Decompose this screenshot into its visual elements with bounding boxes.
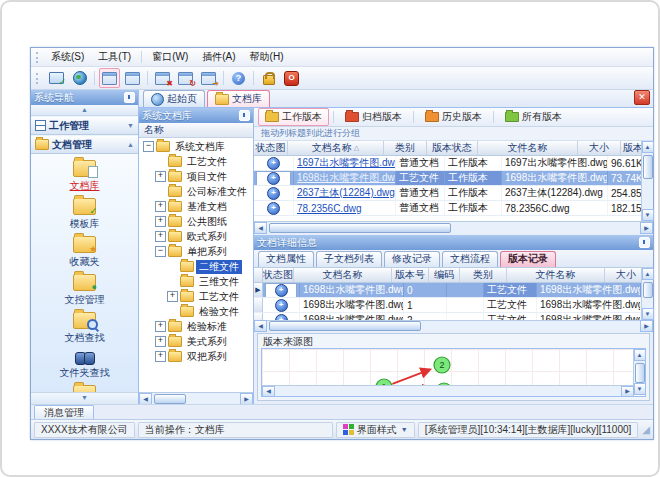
window-refresh-button[interactable] [175,68,196,88]
globe-button[interactable] [69,68,90,88]
sidebar-group-work[interactable]: 工作管理▼ [31,116,138,135]
menu-item[interactable]: 帮助(H) [243,49,291,65]
scroll-thumb[interactable] [643,155,653,179]
close-icon[interactable]: ✕ [634,90,650,105]
tree-item-基准文档[interactable]: +基准文档 [139,199,253,214]
tree-item-工艺文件[interactable]: +工艺文件 [139,289,253,304]
scroll-right-icon[interactable]: ▶ [640,320,653,332]
cell-text[interactable]: 78.2356C.dwg [297,203,362,214]
column-header-状态图[interactable]: 状态图 [254,141,288,155]
resize-grip[interactable]: ◢ [642,424,650,435]
expand-icon[interactable]: + [155,336,166,347]
column-header-类别[interactable]: 类别 [384,141,427,155]
tree-item-美式系列[interactable]: +美式系列 [139,334,253,349]
graph-vscrollbar[interactable]: ▲ ▼ [633,349,645,386]
detail-tab-版本记录[interactable]: 版本记录 [500,251,556,267]
scroll-down-icon[interactable]: ▼ [642,209,654,221]
tree-item-工艺文件[interactable]: 工艺文件 [139,154,253,169]
column-header-版本号[interactable]: 版本号 [392,268,429,282]
column-header-文档名称[interactable]: 文档名称 [294,268,392,282]
message-management-tab[interactable]: 消息管理 [34,405,94,419]
sidebar-item-文控管理[interactable]: 文控管理 [31,271,138,309]
scroll-left-icon[interactable]: ◀ [254,320,267,332]
graph-hscrollbar[interactable]: ◀ ▶ [262,385,634,396]
version-filter-所有版本[interactable]: 所有版本 [498,108,569,126]
scroll-thumb[interactable] [154,394,186,404]
scroll-up-icon[interactable]: ▲ [634,349,646,361]
pin-icon[interactable] [639,237,650,248]
tree-item-检验标准[interactable]: +检验标准 [139,319,253,334]
cell-text[interactable]: 1697出水嘴零件图.dwg [297,156,396,170]
column-header-版本状态[interactable]: 版本状态 [427,141,478,155]
sidebar-item-模板库[interactable]: 模板库 [31,195,138,233]
column-header-类别[interactable]: 类别 [460,268,507,282]
table-row[interactable]: +78.2356C.dwg普通文档工作版本78.2356C.dwg182.15K… [254,201,641,216]
ui-style-selector[interactable]: 界面样式 ▼ [336,422,415,438]
tree-item-双把系列[interactable]: +双把系列 [139,349,253,364]
column-header-状态图[interactable]: 状态图 [263,268,294,282]
expand-icon[interactable]: + [155,201,166,212]
sidebar-expand-button[interactable]: ▼ [31,392,138,404]
tree-item-三维文件[interactable]: 三维文件 [139,274,253,289]
detail-tab-修改记录[interactable]: 修改记录 [384,251,440,267]
scroll-left-icon[interactable]: ◀ [254,222,267,234]
cell-text[interactable]: 1698出水嘴零件图.dwg [297,171,396,185]
detail-tab-子文档列表[interactable]: 子文档列表 [316,251,382,267]
scroll-down-icon[interactable]: ▼ [642,308,654,320]
menu-item[interactable]: 窗口(W) [145,49,195,65]
sidebar-item-签出的文档[interactable]: 签出的文档 [31,382,138,392]
tree-item-二维文件[interactable]: 二维文件 [139,259,253,274]
scroll-right-icon[interactable]: ▶ [621,386,634,397]
scroll-down-icon[interactable]: ▼ [634,383,646,395]
sidebar-item-文档库[interactable]: 文档库 [31,157,138,195]
table-row[interactable]: +2637主体(12284).dwg普通文档工作版本2637主体(12284).… [254,186,641,201]
tree-item-系统文档库[interactable]: −系统文档库 [139,139,253,154]
window-close-button[interactable] [152,68,173,88]
scroll-thumb[interactable] [643,282,653,298]
power-button[interactable]: O [281,68,302,88]
tab-起始页[interactable]: 起始页 [143,90,205,107]
tree-item-检验文件[interactable]: 检验文件 [139,304,253,319]
document-table-hscrollbar[interactable]: ◀ ▶ [254,221,653,233]
tree-column-header[interactable]: 名称 [139,123,253,138]
expand-icon[interactable]: + [155,351,166,362]
scroll-right-icon[interactable]: ▶ [640,222,653,234]
table-row[interactable]: +1698出水嘴零件图.dwg1工艺文件1698出水嘴零件图.dwg73.00K… [254,298,641,313]
scroll-thumb[interactable] [269,321,421,331]
column-header-大小[interactable]: 大小 [605,268,641,282]
window-export-button[interactable] [198,68,219,88]
scroll-right-icon[interactable]: ▶ [240,393,253,405]
tree-item-单把系列[interactable]: −单把系列 [139,244,253,259]
table-row[interactable]: ▶+1698出水嘴零件图.dwg0工艺文件1698出水嘴零件图.dwg73.00… [254,283,641,298]
expand-icon[interactable]: + [167,291,178,302]
column-header-文件名称[interactable]: 文件名称 [507,268,605,282]
expand-icon[interactable]: + [155,231,166,242]
detail-tab-文档属性[interactable]: 文档属性 [258,251,314,267]
menu-item[interactable]: 插件(A) [195,49,242,65]
column-header-文档名称[interactable]: 文档名称△ [288,141,384,155]
document-table-vscrollbar[interactable]: ▲ ▼ [641,141,653,221]
sidebar-item-收藏夹[interactable]: 收藏夹 [31,233,138,271]
expand-icon[interactable]: + [155,171,166,182]
scroll-left-icon[interactable]: ◀ [262,386,275,397]
help-button[interactable]: ? [228,68,249,88]
column-header-编码[interactable]: 编码 [429,268,460,282]
scroll-up-icon[interactable]: ▲ [642,268,654,280]
cell-text[interactable]: 2637主体(12284).dwg [297,186,395,200]
tree-item-公司标准文件[interactable]: 公司标准文件 [139,184,253,199]
tree-item-项目文件[interactable]: +项目文件 [139,169,253,184]
version-table-vscrollbar[interactable]: ▲ ▼ [641,268,653,320]
scroll-up-icon[interactable]: ▲ [642,141,654,153]
pin-icon[interactable] [124,92,135,103]
column-header-版本号[interactable]: 版本号 [621,141,641,155]
pin-icon[interactable] [239,110,250,121]
tree-item-欧式系列[interactable]: +欧式系列 [139,229,253,244]
tree-item-公共图纸[interactable]: +公共图纸 [139,214,253,229]
detail-tab-文档流程[interactable]: 文档流程 [442,251,498,267]
sidebar-group-document[interactable]: 文档管理▲ [31,135,138,154]
sidebar-item-文件夹查找[interactable]: 文件夹查找 [31,347,138,382]
menu-item[interactable]: 系统(S) [44,49,91,65]
expand-icon[interactable]: + [155,321,166,332]
lock-button[interactable] [258,68,279,88]
tree-hscrollbar[interactable]: ◀ ▶ [139,392,253,404]
